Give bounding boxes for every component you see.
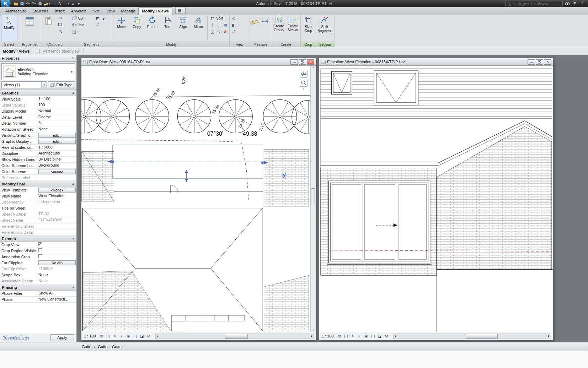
category-identity-data[interactable]: Identity Data▲ xyxy=(0,181,76,187)
edit-visibility-button[interactable]: Edit... xyxy=(38,133,76,138)
help-search-input[interactable] xyxy=(505,1,563,6)
measure-icon[interactable]: ▾ xyxy=(43,1,51,6)
demolish-icon[interactable]: ◭ xyxy=(101,16,107,21)
offset-icon[interactable]: ∥ xyxy=(210,22,215,28)
scale-icon[interactable]: ◲ xyxy=(210,29,215,34)
prop-row-annotation-crop[interactable]: Annotation Crop xyxy=(0,254,76,260)
match-type-icon[interactable]: ✎ xyxy=(58,29,63,34)
tab-structure[interactable]: Structure xyxy=(30,8,52,15)
horizontal-scrollbar[interactable]: ◀ ▶ xyxy=(393,334,551,339)
properties-toggle-button[interactable] xyxy=(22,15,38,41)
floor-plan-canvas[interactable]: 5.2m 75.88 75.82 75.58 74.78 2.17 07°30'… xyxy=(81,66,310,332)
category-graphics[interactable]: Graphics▲ xyxy=(0,90,76,96)
floor-plan-window-titlebar[interactable]: Floor Plan: Site - 008164-TP-P1.rvt ✕ xyxy=(81,58,316,66)
override-graphics-icon[interactable]: ◧ xyxy=(231,22,236,28)
measure-tool-icon[interactable] xyxy=(250,17,259,26)
building-plan-upper-right[interactable] xyxy=(264,149,309,206)
create-group-button[interactable]: Create Group xyxy=(272,15,286,41)
panel-label-crop[interactable]: Crop xyxy=(301,42,316,47)
copy-button[interactable]: Copy xyxy=(129,15,144,41)
scroll-left-icon[interactable]: ◀ xyxy=(394,335,396,337)
scroll-up-icon[interactable]: ▲ xyxy=(312,66,315,69)
delete-icon[interactable]: ✕ xyxy=(223,29,228,34)
search-binoculars-icon[interactable] xyxy=(565,1,570,6)
brick-wall-right[interactable] xyxy=(437,126,552,270)
vertical-scrollbar[interactable]: ▲ ▼ xyxy=(310,66,316,332)
prop-row-crop-view[interactable]: Crop View xyxy=(0,242,76,248)
elevation-window[interactable]: Elevation: West Elevation - 008164-TP-P1… xyxy=(319,58,553,340)
rotate-button[interactable]: Rotate xyxy=(145,15,160,41)
steering-wheel-icon[interactable] xyxy=(300,70,308,78)
panel-label-measure[interactable]: Measure xyxy=(250,42,271,47)
open-icon[interactable] xyxy=(13,1,19,6)
reveal-hidden-elements-icon[interactable]: ⊙ xyxy=(384,333,390,339)
prop-row-color-scheme[interactable]: Color Scheme<none> xyxy=(0,169,76,175)
collapse-icon[interactable]: ▲ xyxy=(72,182,75,185)
unpin-icon[interactable]: ⊖ xyxy=(216,29,221,34)
scroll-right-icon[interactable]: ▶ xyxy=(311,335,313,337)
detail-level-icon[interactable]: ▤ xyxy=(98,333,105,339)
wall-with-door[interactable] xyxy=(114,185,263,193)
reference-view-select[interactable]: ▾ xyxy=(84,48,136,54)
join-geometry-button[interactable]: Join▾ xyxy=(70,22,94,28)
print-icon[interactable] xyxy=(37,1,43,6)
prop-row-referencing-detail[interactable]: Referencing Detail xyxy=(0,229,76,236)
apply-button[interactable]: Apply xyxy=(50,334,74,341)
mirror-button[interactable]: Mirror xyxy=(191,15,206,41)
prop-row-color-scheme-location[interactable]: Color Scheme Lo...Background xyxy=(0,163,76,169)
gable-window-small[interactable] xyxy=(331,71,352,94)
aligned-dimension-icon[interactable] xyxy=(51,1,57,6)
prop-row-phase[interactable]: PhaseNew Constructi... xyxy=(0,297,76,303)
color-scheme-button[interactable]: <none> xyxy=(38,169,76,174)
prop-row-rotation-on-sheet[interactable]: Rotation on SheetNone xyxy=(0,126,76,132)
restore-button[interactable] xyxy=(299,59,306,65)
gable-siding[interactable] xyxy=(321,69,552,119)
modify-tool-button[interactable]: Modify xyxy=(1,15,17,41)
shadows-icon[interactable]: ◐ xyxy=(119,333,125,339)
type-selector[interactable]: Elevation Building Elevation ▾ xyxy=(1,63,75,80)
visual-style-icon[interactable]: ◫ xyxy=(105,333,111,339)
sign-in-user-icon[interactable] xyxy=(572,1,578,6)
linework-icon[interactable]: ╱ xyxy=(231,29,236,34)
category-phasing[interactable]: Phasing▲ xyxy=(0,284,76,291)
crop-region-visible-checkbox[interactable] xyxy=(38,248,42,252)
undo-icon[interactable]: ↶▾ xyxy=(25,1,31,6)
tab-site[interactable]: Site xyxy=(90,8,103,15)
save-icon[interactable] xyxy=(19,1,25,6)
prop-row-detail-level[interactable]: Detail LevelCoarse xyxy=(0,114,76,120)
temporary-hide-isolate-icon[interactable]: ◪ xyxy=(377,333,383,339)
align-button[interactable]: Align xyxy=(175,15,191,41)
panel-label-modify[interactable]: Modify xyxy=(113,42,229,47)
floor-plan-window[interactable]: Floor Plan: Site - 008164-TP-P1.rvt ✕ xyxy=(81,58,316,340)
window-assembly[interactable] xyxy=(327,181,432,265)
shadows-icon[interactable]: ◐ xyxy=(357,333,363,339)
steps-outline[interactable] xyxy=(171,315,245,331)
prop-row-referencing-sheet[interactable]: Referencing Sheet xyxy=(0,223,76,229)
close-icon[interactable]: ✕ xyxy=(72,56,75,60)
view-scale-button[interactable]: 1 : 100 xyxy=(83,334,98,338)
prop-row-title-on-sheet[interactable]: Title on Sheet xyxy=(0,205,76,211)
tab-insert[interactable]: Insert xyxy=(52,8,68,15)
chevron-down-icon[interactable]: ▾ xyxy=(41,82,47,88)
prop-row-discipline[interactable]: DisciplineArchitectural xyxy=(0,151,76,157)
app-logo[interactable]: R LT xyxy=(1,0,10,7)
minimize-ribbon-button[interactable]: ▤▾ xyxy=(175,7,186,14)
c​ut-to-clipboard-icon[interactable]: ✂ xyxy=(58,16,63,21)
view-template-button[interactable]: <None> xyxy=(38,188,76,193)
redo-icon[interactable]: ↷▾ xyxy=(31,1,37,6)
collapse-icon[interactable]: ▲ xyxy=(72,286,75,289)
panel-label-create[interactable]: Create xyxy=(271,42,300,47)
split-face-icon[interactable]: ╱ xyxy=(95,22,100,28)
collapse-icon[interactable]: ▲ xyxy=(72,91,75,94)
app-menu-dropdown-icon[interactable]: ▾ xyxy=(10,2,12,5)
prop-row-sheet-number[interactable]: Sheet NumberTP-02 xyxy=(0,211,76,217)
zoom-icon[interactable] xyxy=(300,79,308,87)
panel-label-properties[interactable]: Properties xyxy=(20,42,40,47)
thin-lines-icon[interactable]: ≡ xyxy=(70,1,76,6)
panel-label-view[interactable]: View xyxy=(230,42,250,47)
temporary-hide-isolate-icon[interactable]: ◪ xyxy=(139,333,145,339)
prop-row-reference-label[interactable]: Reference Label xyxy=(0,175,76,181)
prop-row-associated-datum[interactable]: Associated DatumNone xyxy=(0,278,76,284)
prop-row-dependency[interactable]: DependencyIndependent xyxy=(0,199,76,205)
crop-view-checkbox[interactable] xyxy=(38,242,42,246)
